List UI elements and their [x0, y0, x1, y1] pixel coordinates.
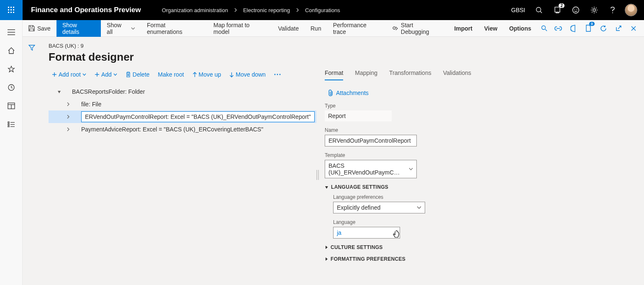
close-button[interactable] [626, 20, 641, 37]
section-language-settings[interactable]: LANGUAGE SETTINGS [325, 184, 644, 190]
tab-validations[interactable]: Validations [443, 69, 471, 80]
smiley-icon [572, 6, 580, 14]
expander-icon[interactable] [64, 127, 72, 131]
arrow-down-icon [229, 72, 234, 77]
avatar-image [625, 4, 637, 16]
view-button[interactable]: View [478, 20, 503, 37]
add-root-button[interactable]: Add root [49, 69, 90, 80]
show-details-label: Show details [62, 22, 95, 35]
search-button[interactable] [530, 0, 548, 20]
start-debugging-button[interactable]: Start Debugging [386, 20, 448, 37]
arrow-up-icon [192, 72, 197, 77]
app-title: Finance and Operations Preview [23, 6, 149, 14]
search-icon [541, 25, 547, 31]
chevron-down-icon [417, 206, 421, 209]
top-bar: Finance and Operations Preview Organizat… [0, 0, 644, 20]
link-button[interactable] [551, 20, 565, 37]
office-button[interactable] [566, 20, 580, 37]
options-button[interactable]: Options [503, 20, 537, 37]
tab-transformations[interactable]: Transformations [389, 69, 431, 80]
expander-icon[interactable] [64, 102, 72, 106]
help-button[interactable] [604, 0, 621, 20]
attachments-button[interactable]: 0 [581, 20, 595, 37]
format-tree: BACSReportsFolder: Folder file: File ERV… [49, 85, 316, 136]
save-label: Save [37, 25, 51, 32]
cursor-hand-icon [392, 230, 400, 240]
cmd-search-button[interactable] [537, 20, 551, 37]
name-input[interactable] [325, 135, 417, 146]
format-enumerations-button[interactable]: Format enumerations [141, 20, 208, 37]
workspace-icon [8, 103, 15, 109]
more-button[interactable] [271, 72, 284, 77]
nav-menu-button[interactable] [0, 23, 23, 41]
clock-icon [8, 84, 15, 91]
show-details-button[interactable]: Show details [56, 20, 101, 37]
notifications-button[interactable]: 2 [549, 0, 566, 20]
map-format-button[interactable]: Map format to model [208, 20, 272, 37]
split-handle[interactable] [316, 170, 319, 180]
validate-button[interactable]: Validate [272, 20, 305, 37]
expander-icon[interactable] [64, 115, 72, 119]
nav-home-button[interactable] [0, 42, 23, 59]
popout-button[interactable] [611, 20, 626, 37]
nav-workspaces-button[interactable] [0, 97, 23, 115]
nav-modules-button[interactable] [0, 116, 23, 133]
filter-button[interactable] [28, 44, 35, 285]
home-icon [8, 47, 15, 54]
tree-node-selected[interactable]: ERVendOutPaymControlReport: Excel = "BAC… [49, 110, 316, 123]
refresh-button[interactable] [596, 20, 611, 37]
nav-favorites-button[interactable] [0, 60, 23, 78]
tab-mapping[interactable]: Mapping [355, 69, 377, 80]
paperclip-icon [328, 90, 334, 96]
breadcrumb-item[interactable]: Organization administration [162, 7, 228, 13]
modules-icon [8, 121, 15, 127]
import-button[interactable]: Import [448, 20, 478, 37]
star-icon [8, 65, 15, 73]
section-formatting-preferences[interactable]: FORMATTING PREFERENCES [325, 256, 644, 262]
svg-rect-8 [13, 12, 14, 13]
run-button[interactable]: Run [305, 20, 327, 37]
template-select[interactable]: BACS (UK)_ERVendOutPaymC… [325, 160, 417, 178]
user-avatar[interactable] [622, 0, 640, 20]
attachments-link[interactable]: Attachments [325, 88, 644, 103]
properties-tabs: Format Mapping Transformations Validatio… [325, 69, 644, 80]
section-culture-settings[interactable]: CULTURE SETTINGS [325, 244, 644, 250]
gear-icon [590, 6, 598, 14]
command-bar-icons: 0 [551, 20, 644, 37]
expander-icon[interactable] [55, 90, 63, 94]
nav-recent-button[interactable] [0, 79, 23, 96]
tree-node-root[interactable]: BACSReportsFolder: Folder [49, 85, 316, 98]
waffle-button[interactable] [0, 0, 23, 20]
language-pref-select[interactable]: Explicitly defined [333, 202, 425, 213]
breadcrumb-item[interactable]: Electronic reporting [243, 7, 290, 13]
language-select[interactable]: ja [333, 227, 400, 239]
svg-rect-7 [10, 12, 12, 13]
svg-rect-33 [8, 122, 9, 123]
move-down-button[interactable]: Move down [226, 69, 269, 80]
delete-button[interactable]: Delete [122, 69, 153, 80]
svg-point-14 [575, 9, 575, 10]
chevron-right-icon [296, 8, 299, 12]
svg-line-23 [592, 12, 593, 13]
content: BACS (UK) : 9 Format designer Add root A… [41, 37, 644, 285]
save-button[interactable]: Save [23, 20, 56, 37]
document-icon [585, 25, 591, 32]
company-picker[interactable]: GBSI [507, 0, 529, 20]
field-label: Language [333, 219, 644, 225]
svg-point-15 [577, 9, 577, 10]
tree-node[interactable]: PaymentAdviceReport: Excel = "BACS (UK)_… [49, 123, 316, 136]
make-root-button[interactable]: Make root [154, 69, 187, 80]
breadcrumb-item[interactable]: Configurations [305, 7, 340, 13]
properties-panel: Format Mapping Transformations Validatio… [316, 69, 644, 285]
add-button[interactable]: Add [91, 69, 121, 80]
settings-button[interactable] [585, 0, 603, 20]
tree-node[interactable]: file: File [49, 98, 316, 110]
show-all-button[interactable]: Show all [101, 20, 141, 37]
performance-trace-button[interactable]: Performance trace [327, 20, 386, 37]
field-language: Language ja [333, 219, 644, 239]
move-up-button[interactable]: Move up [189, 69, 225, 80]
field-type: Type Report [325, 103, 644, 121]
feedback-button[interactable] [567, 0, 585, 20]
debug-icon [392, 25, 398, 31]
tab-format[interactable]: Format [325, 69, 343, 80]
